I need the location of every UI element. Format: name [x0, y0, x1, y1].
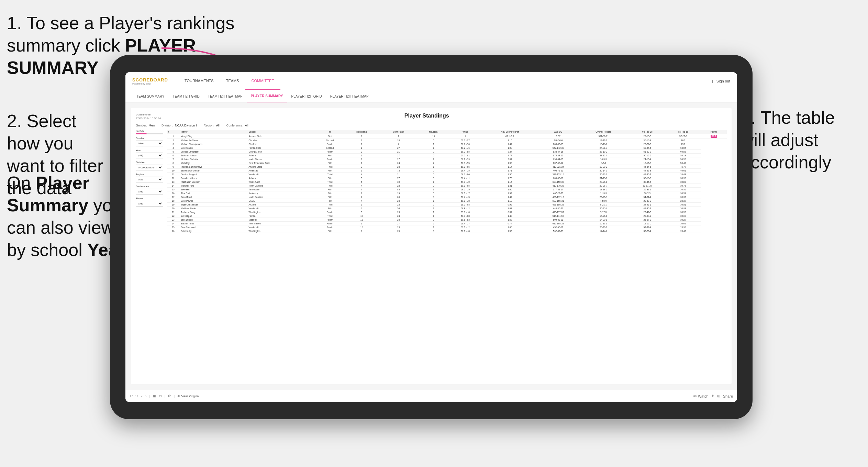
table-cell: 68.2 -2.3: [449, 157, 481, 161]
table-row: 7Nicholas GabrieleNorth FloridaFourth127…: [167, 157, 727, 161]
table-cell: Michael Thorbjornsen: [180, 142, 247, 146]
table-cell: 20-58-0: [630, 199, 665, 203]
nav-tournaments[interactable]: TOURNAMENTS: [178, 72, 220, 90]
table-cell: 18: [379, 138, 418, 142]
table-cell: 9: [167, 165, 180, 169]
table-cell: 0.96: [481, 203, 539, 207]
table-cell: 1: [167, 134, 180, 138]
table-cell: 22: [167, 214, 180, 218]
table-row: 22Ian GilliganFloridaThird1024168.7 -0.8…: [167, 214, 727, 218]
table-cell: 1.41: [481, 184, 539, 188]
subnav-player-h2h-heatmap[interactable]: PLAYER H2H HEATMAP: [326, 90, 373, 102]
table-row: 8Mats EgeEast Tennessee StateFifth124268…: [167, 161, 727, 165]
table-cell: 2.34: [481, 150, 539, 154]
table-cell: 24: [379, 165, 418, 169]
table-cell: 20-26-1: [578, 180, 630, 184]
table-cell: 11: [344, 218, 380, 222]
share-btn[interactable]: Share: [723, 394, 733, 398]
table-cell: 23-42-3: [630, 210, 665, 214]
table-cell: 69.0 -1.0: [449, 180, 481, 184]
table-cell: 69.0 -0.5: [449, 165, 481, 169]
table-cell: 17: [167, 195, 180, 199]
table-cell: 68.4 -1.1: [449, 176, 481, 180]
subnav-team-h2h-heatmap[interactable]: TEAM H2H HEATMAP: [204, 90, 247, 102]
main-content: Update time: 27/03/2024 16:56:26 Player …: [125, 102, 737, 390]
table-cell: 607-63-12: [539, 161, 578, 165]
back-btn[interactable]: ‹: [141, 394, 143, 398]
export-btn[interactable]: ⬆: [711, 394, 714, 398]
table-cell: 1.98: [481, 146, 539, 150]
gender-select[interactable]: Men Women: [136, 141, 163, 146]
logo-sub: Powered by dippi: [132, 82, 168, 85]
table-cell: 49-35-9: [630, 207, 665, 210]
table-cell: 24: [167, 222, 180, 225]
table-cell: 18-7-3: [630, 191, 665, 195]
table-cell: Arizona State: [248, 165, 316, 169]
table-cell: 4: [344, 173, 380, 176]
conference-select[interactable]: (All): [136, 189, 163, 194]
table-cell: 1.14: [481, 165, 539, 169]
table-cell: Florida State: [248, 146, 316, 150]
table-cell: Third: [316, 214, 344, 218]
subnav-team-summary[interactable]: TEAM SUMMARY: [132, 90, 169, 102]
table-row: 12Brendan ValdesAuburnFifth577068.4 -1.1…: [167, 176, 727, 180]
cut-btn[interactable]: ✂: [159, 394, 162, 398]
subnav-player-summary[interactable]: PLAYER SUMMARY: [247, 90, 287, 102]
table-cell: 26-25-3: [578, 195, 630, 199]
table-cell: 68.4 -1.5: [449, 195, 481, 199]
table-row: 3Michael ThorbjornsenStanfordFourth24168…: [167, 142, 727, 146]
grid-btn[interactable]: ⊞: [717, 394, 720, 398]
table-cell: 8: [167, 161, 180, 165]
rds-slider[interactable]: [136, 133, 163, 134]
table-cell: 10: [167, 169, 180, 173]
division-select[interactable]: NCAA Division I NCAA Division II NCAA Di…: [136, 165, 163, 170]
table-cell: 1.50: [481, 173, 539, 176]
watch-btn[interactable]: 👁 Watch: [693, 394, 709, 398]
player-select[interactable]: (All): [136, 201, 163, 207]
table-cell: 22-22-0: [630, 142, 665, 146]
watch-icon: 👁: [693, 394, 697, 398]
col-player: Player: [180, 130, 247, 134]
filter-group-region: Region N/A All: [136, 173, 163, 182]
subnav-player-h2h-grid[interactable]: PLAYER H2H GRID: [287, 90, 326, 102]
table-cell: 377-82-17: [539, 188, 578, 191]
sub-nav: TEAM SUMMARY TEAM H2H GRID TEAM H2H HEAT…: [125, 90, 737, 102]
table-cell: Fifth: [316, 207, 344, 210]
table-row: 23Jack LundinMissouriFourth1124068.6 -2.…: [167, 218, 727, 222]
table-cell: 50.42: [665, 161, 701, 165]
undo-btn[interactable]: ↩: [130, 394, 133, 398]
subnav-team-h2h-grid[interactable]: TEAM H2H GRID: [169, 90, 204, 102]
nav-teams[interactable]: TEAMS: [220, 72, 245, 90]
table-cell: 28-12-7: [578, 154, 630, 157]
table-cell: Third: [316, 173, 344, 176]
table-cell: 2.72: [481, 154, 539, 157]
table-cell: New Mexico: [248, 222, 316, 225]
forward-btn[interactable]: ›: [145, 394, 147, 398]
table-cell: David Ford: [180, 195, 247, 199]
nav-committee[interactable]: COMMITTEE: [245, 72, 280, 90]
table-cell: 21: [379, 173, 418, 176]
table-cell: 605-96-18: [539, 176, 578, 180]
year-select[interactable]: (All) First Second Third Fourth Fifth: [136, 153, 163, 158]
table-cell: Fourth: [316, 225, 344, 229]
table-cell: 69.1 -1.8: [449, 199, 481, 203]
table-cell: 29-38-2: [630, 214, 665, 218]
table-cell: Vanderbilt: [248, 173, 316, 176]
table-row: 19Tiger ChristensenArizonaThird523269.2 …: [167, 203, 727, 207]
table-cell: 21: [379, 150, 418, 154]
refresh-btn[interactable]: ⟳: [168, 394, 171, 398]
table-cell: 23: [379, 225, 418, 229]
table-cell: 11: [167, 173, 180, 176]
col-adj-score: Adj. Score to Par: [481, 130, 539, 134]
redo-btn[interactable]: ↪: [135, 394, 138, 398]
table-row: 11Gordon SargentVanderbiltThird421068.7 …: [167, 173, 727, 176]
table-cell: 19-39-2: [578, 165, 630, 169]
table-cell: North Florida: [248, 157, 316, 161]
table-cell: 26-27-2: [630, 218, 665, 222]
table-cell: Taehoon Song: [180, 210, 247, 214]
table-cell: 3: [344, 165, 380, 169]
region-select[interactable]: N/A All: [136, 177, 163, 182]
sign-out-link[interactable]: Sign out: [716, 79, 730, 83]
table-cell: 14-26-1: [578, 214, 630, 218]
copy-btn[interactable]: ⊞: [153, 394, 156, 398]
